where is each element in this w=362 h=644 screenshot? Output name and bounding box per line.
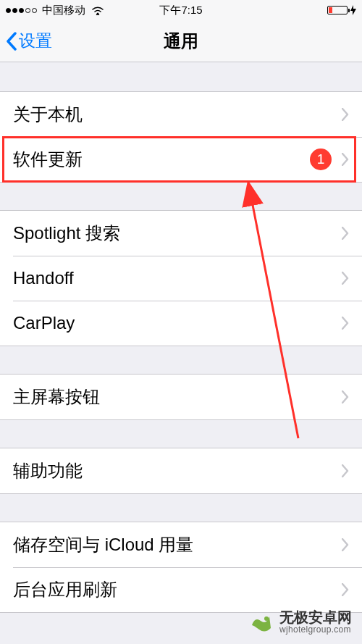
status-right [327,5,356,15]
row-handoff[interactable]: Handoff [0,256,362,301]
row-label: Handoff [13,268,342,288]
row-label: 软件更新 [13,148,310,171]
settings-group-3: 主屏幕按钮 [0,374,362,420]
row-spotlight[interactable]: Spotlight 搜索 [0,211,362,256]
chevron-right-icon [342,272,349,285]
page-title: 通用 [164,30,198,53]
row-label: 储存空间与 iCloud 用量 [13,533,342,556]
watermark: 无极安卓网 wjhotelgroup.com [248,609,352,635]
carrier-label: 中国移动 [42,4,85,17]
status-bar: 中国移动 下午7:15 [0,0,362,20]
svg-point-0 [97,12,99,14]
battery-icon [327,6,348,14]
row-label: 辅助功能 [13,459,342,482]
settings-group-1: 关于本机 软件更新 1 [0,91,362,183]
row-label: CarPlay [13,313,342,333]
row-carplay[interactable]: CarPlay [0,301,362,346]
status-left: 中国移动 [6,4,104,17]
row-background-refresh[interactable]: 后台应用刷新 [0,567,362,612]
navigation-bar: 设置 通用 [0,20,362,62]
row-software-update[interactable]: 软件更新 1 [0,137,362,182]
notification-badge: 1 [310,149,332,170]
row-storage-icloud[interactable]: 储存空间与 iCloud 用量 [0,522,362,567]
back-label: 设置 [19,30,52,52]
charging-icon [350,5,356,15]
row-about[interactable]: 关于本机 [0,92,362,137]
settings-group-5: 储存空间与 iCloud 用量 后台应用刷新 [0,522,362,613]
row-label: 主屏幕按钮 [13,385,342,409]
chevron-right-icon [342,583,349,596]
row-label: 关于本机 [13,103,342,126]
wifi-icon [91,6,104,15]
chevron-right-icon [342,108,349,121]
status-time: 下午7:15 [159,4,202,17]
watermark-url: wjhotelgroup.com [279,625,351,635]
row-accessibility[interactable]: 辅助功能 [0,448,362,493]
chevron-right-icon [342,227,349,240]
settings-group-4: 辅助功能 [0,448,362,494]
row-home-button[interactable]: 主屏幕按钮 [0,375,362,419]
chevron-right-icon [342,153,349,166]
row-label: Spotlight 搜索 [13,222,342,245]
watermark-title: 无极安卓网 [279,609,352,625]
back-button[interactable]: 设置 [0,30,52,52]
chevron-right-icon [342,464,349,477]
signal-strength-icon [6,8,37,13]
chevron-right-icon [342,538,349,551]
settings-group-2: Spotlight 搜索 Handoff CarPlay [0,210,362,346]
chevron-left-icon [6,32,17,51]
chevron-right-icon [342,317,349,330]
watermark-logo-icon [248,609,274,635]
row-label: 后台应用刷新 [13,578,342,601]
svg-point-3 [264,616,269,621]
chevron-right-icon [342,390,349,403]
